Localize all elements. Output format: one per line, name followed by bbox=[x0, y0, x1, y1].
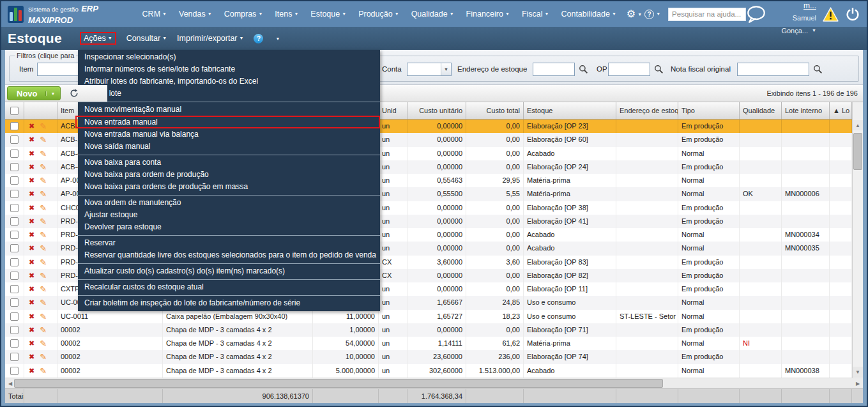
titlebar-menu-a-es[interactable]: Ações▼ bbox=[80, 32, 116, 45]
row-select-cell[interactable] bbox=[5, 364, 24, 378]
vertical-scroll-thumb[interactable] bbox=[853, 133, 862, 170]
topbar-menu-fiscal[interactable]: Fiscal▼ bbox=[522, 10, 549, 19]
row-select-cell[interactable] bbox=[5, 242, 24, 255]
delete-icon[interactable]: ✖ bbox=[29, 282, 34, 296]
topbar-menu-vendas[interactable]: Vendas▼ bbox=[179, 10, 212, 19]
edit-icon[interactable]: ✎ bbox=[40, 323, 47, 337]
edit-icon[interactable]: ✎ bbox=[40, 187, 47, 201]
delete-icon[interactable]: ✖ bbox=[29, 350, 34, 364]
edit-icon[interactable]: ✎ bbox=[40, 337, 47, 350]
delete-icon[interactable]: ✖ bbox=[29, 133, 34, 146]
menu-item-atribuir-lotes-do-fabricante-importando-os-do-excel[interactable]: Atribuir lotes do fabricante, importando… bbox=[78, 75, 380, 88]
row-select-cell[interactable] bbox=[5, 296, 24, 309]
delete-icon[interactable]: ✖ bbox=[29, 269, 34, 282]
horizontal-scroll-thumb[interactable] bbox=[14, 379, 663, 388]
row-checkbox[interactable] bbox=[10, 204, 19, 212]
warning-icon[interactable] bbox=[823, 7, 839, 22]
topbar-menu-estoque[interactable]: Estoque▼ bbox=[310, 10, 346, 19]
edit-icon[interactable]: ✎ bbox=[40, 174, 47, 187]
row-checkbox[interactable] bbox=[10, 135, 19, 144]
row-select-cell[interactable] bbox=[5, 119, 24, 133]
menu-item-recalcular-custos-do-estoque-atual[interactable]: Recalcular custos do estoque atual bbox=[78, 281, 380, 293]
edit-icon[interactable]: ✎ bbox=[40, 350, 47, 364]
filters-legend[interactable]: Filtros (clique para bbox=[15, 52, 76, 59]
edit-icon[interactable]: ✎ bbox=[40, 269, 47, 282]
menu-item-nova-entrada-manual-via-balan-a[interactable]: Nova entrada manual via balança bbox=[78, 128, 380, 141]
row-select-cell[interactable] bbox=[5, 160, 24, 174]
row-checkbox[interactable] bbox=[10, 285, 19, 293]
row-select-cell[interactable] bbox=[5, 201, 24, 215]
header-total-cost[interactable]: Custo total bbox=[466, 102, 524, 119]
delete-icon[interactable]: ✖ bbox=[29, 174, 34, 187]
app-logo[interactable]: Sistema de gestão ERP MAXIPROD bbox=[8, 3, 128, 25]
edit-icon[interactable]: ✎ bbox=[40, 147, 47, 160]
header-qualidade[interactable]: Qualidade bbox=[740, 102, 782, 119]
menu-item-devolver-para-estoque[interactable]: Devolver para estoque bbox=[78, 221, 380, 233]
menu-item-informar-n-meros-de-s-rie-lote-do-fabricante[interactable]: Informar números de série/lote do fabric… bbox=[78, 63, 380, 75]
menu-item-nova-baixa-para-conta[interactable]: Nova baixa para conta bbox=[78, 157, 380, 169]
search-icon[interactable] bbox=[579, 65, 588, 74]
delete-icon[interactable]: ✖ bbox=[29, 256, 34, 269]
header-lote-interno[interactable]: Lote interno bbox=[782, 102, 830, 119]
row-checkbox[interactable] bbox=[10, 244, 19, 252]
horizontal-scrollbar[interactable]: ◀ ▶ bbox=[5, 378, 863, 388]
delete-icon[interactable]: ✖ bbox=[29, 201, 34, 215]
row-checkbox[interactable] bbox=[10, 326, 19, 334]
menu-item-criar-boletim-de-inspe-o-do-lote-do-fabricante-n-mero-de-s-rie[interactable]: Criar boletim de inspeção do lote do fab… bbox=[78, 297, 380, 309]
delete-icon[interactable]: ✖ bbox=[29, 310, 34, 323]
row-checkbox[interactable] bbox=[10, 190, 19, 198]
edit-icon[interactable]: ✎ bbox=[40, 296, 47, 309]
menu-item-nova-ordem-de-manuten-o[interactable]: Nova ordem de manutenção bbox=[78, 197, 380, 209]
edit-icon[interactable]: ✎ bbox=[40, 364, 47, 378]
menu-item-nova-sa-da-manual[interactable]: Nova saída manual bbox=[78, 141, 380, 153]
scroll-up-icon[interactable]: ▲ bbox=[853, 120, 863, 130]
edit-icon[interactable]: ✎ bbox=[40, 282, 47, 296]
edit-icon[interactable]: ✎ bbox=[40, 242, 47, 255]
menu-item-nova-entrada-manual[interactable]: Nova entrada manual bbox=[75, 116, 380, 128]
user-menu[interactable]: Samuel Gonça... ▼ bbox=[781, 14, 816, 35]
table-row[interactable]: ✖✎UC-0011Caixa papelão (Embalagem 90x30x… bbox=[5, 310, 852, 323]
delete-icon[interactable]: ✖ bbox=[29, 187, 34, 201]
chat-icon[interactable] bbox=[746, 5, 766, 24]
row-checkbox[interactable] bbox=[10, 353, 19, 361]
row-checkbox[interactable] bbox=[10, 312, 19, 321]
header-lote-sort[interactable]: ▲ Lo bbox=[830, 102, 852, 119]
table-row[interactable]: ✖✎00002Chapa de MDP - 3 camadas 4 x 210,… bbox=[5, 350, 852, 364]
delete-icon[interactable]: ✖ bbox=[29, 364, 34, 378]
help-menu[interactable]: ?▼ bbox=[644, 10, 660, 19]
row-checkbox[interactable] bbox=[10, 258, 19, 266]
menu-item-atualizar-custo-do-s-cadastro-s-do-s-item-ns-marcado-s[interactable]: Atualizar custo do(s) cadastro(s) do(s) … bbox=[78, 265, 380, 277]
delete-icon[interactable]: ✖ bbox=[29, 160, 34, 174]
topbar-menu-contabilidade[interactable]: Contabilidade▼ bbox=[561, 10, 616, 19]
titlebar-menu-imprimir-exportar[interactable]: Imprimir/exportar▼ bbox=[177, 34, 243, 43]
row-select-cell[interactable] bbox=[5, 269, 24, 282]
topbar-menu-crm[interactable]: CRM▼ bbox=[142, 10, 167, 19]
row-checkbox[interactable] bbox=[10, 163, 19, 171]
row-select-cell[interactable] bbox=[5, 147, 24, 160]
delete-icon[interactable]: ✖ bbox=[29, 228, 34, 242]
row-checkbox[interactable] bbox=[10, 176, 19, 185]
row-checkbox[interactable] bbox=[10, 272, 19, 280]
nota-filter-input[interactable] bbox=[737, 63, 809, 76]
row-checkbox[interactable] bbox=[10, 217, 19, 226]
edit-icon[interactable]: ✎ bbox=[40, 310, 47, 323]
menu-item-inspecionar-selecionado-s[interactable]: Inspecionar selecionado(s) bbox=[78, 51, 380, 63]
table-row[interactable]: ✖✎00002Chapa de MDP - 3 camadas 4 x 254,… bbox=[5, 337, 852, 350]
delete-icon[interactable]: ✖ bbox=[29, 215, 34, 228]
topbar-menu-qualidade[interactable]: Qualidade▼ bbox=[411, 10, 454, 19]
row-select-cell[interactable] bbox=[5, 310, 24, 323]
chevron-down-icon[interactable]: ▼ bbox=[275, 36, 280, 41]
header-tipo[interactable]: Tipo bbox=[678, 102, 740, 119]
help-search-input[interactable] bbox=[668, 8, 746, 21]
row-checkbox[interactable] bbox=[10, 122, 19, 130]
delete-icon[interactable]: ✖ bbox=[29, 147, 34, 160]
menu-item-nova-baixa-para-ordem-de-produ-o[interactable]: Nova baixa para ordem de produção bbox=[78, 169, 380, 181]
row-select-cell[interactable] bbox=[5, 282, 24, 296]
row-select-cell[interactable] bbox=[5, 228, 24, 242]
select-all-checkbox[interactable] bbox=[10, 107, 19, 115]
row-checkbox[interactable] bbox=[10, 150, 19, 158]
header-estoque[interactable]: Estoque bbox=[524, 102, 616, 119]
header-select-all[interactable] bbox=[5, 102, 24, 119]
edit-icon[interactable]: ✎ bbox=[40, 228, 47, 242]
edit-icon[interactable]: ✎ bbox=[40, 201, 47, 215]
